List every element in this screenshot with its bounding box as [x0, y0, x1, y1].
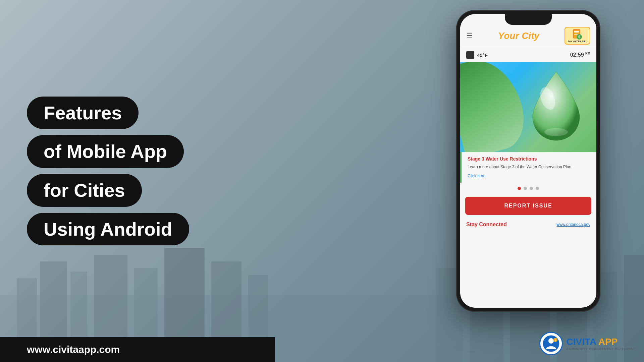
civita-word: CIVITA — [566, 337, 596, 347]
stay-connected-link[interactable]: www.ontarioca.gov — [556, 222, 590, 227]
civita-app-name: CIVITA APP — [566, 337, 634, 347]
headline-block: Features of Mobile App for Cities Using … — [27, 97, 248, 245]
headline-line-2: of Mobile App — [27, 135, 184, 168]
phone-notch — [505, 14, 552, 25]
app-title: Your City — [498, 31, 539, 41]
news-title: Stage 3 Water Use Restrictions — [468, 156, 590, 162]
svg-rect-16 — [574, 31, 579, 32]
time-display: 02:59 PM — [570, 52, 590, 58]
civita-icon: ! — [539, 332, 563, 355]
pay-water-icon: $ — [572, 29, 583, 40]
news-body: Learn more about Stage 3 of the Water Co… — [468, 164, 590, 170]
leaf-decoration — [460, 62, 532, 152]
svg-text:!: ! — [555, 339, 556, 342]
dot-4[interactable] — [536, 187, 539, 190]
report-issue-button[interactable]: REPORT ISSUE — [465, 197, 591, 215]
water-drop-svg — [523, 65, 590, 145]
phone-screen: ☰ Your City $ PAY WATER BILL — [460, 14, 596, 308]
civita-tagline: COMMUNITY ENGAGEMENT PLATFORM — [566, 347, 634, 351]
svg-rect-18 — [574, 34, 578, 35]
pay-water-label: PAY WATER BILL — [568, 40, 587, 43]
phone-outer: ☰ Your City $ PAY WATER BILL — [456, 10, 600, 312]
left-panel: Features of Mobile App for Cities Using … — [0, 0, 275, 362]
news-link[interactable]: Click here — [468, 174, 485, 178]
svg-point-24 — [548, 338, 554, 344]
civita-icon-svg: ! — [543, 335, 559, 352]
news-card: Stage 3 Water Use Restrictions Learn mor… — [460, 152, 596, 183]
pay-water-button[interactable]: $ PAY WATER BILL — [565, 27, 590, 45]
menu-icon[interactable]: ☰ — [466, 32, 473, 40]
headline-line-3: for Cities — [27, 174, 142, 207]
headline-line-1: Features — [27, 97, 139, 129]
stay-connected-label: Stay Connected — [466, 222, 507, 228]
dot-3[interactable] — [530, 187, 533, 190]
stay-connected-bar: Stay Connected www.ontarioca.gov — [460, 218, 596, 232]
svg-text:$: $ — [579, 35, 581, 39]
dot-2[interactable] — [524, 187, 527, 190]
weather-info: 45°F — [466, 51, 488, 59]
time-period: PM — [585, 52, 590, 55]
weather-icon — [466, 51, 474, 59]
civita-text-block: CIVITA APP COMMUNITY ENGAGEMENT PLATFORM — [566, 337, 634, 351]
banner-image — [460, 62, 596, 152]
time-value: 02:59 — [570, 52, 584, 58]
app-word: APP — [598, 337, 618, 347]
headline-line-4: Using Android — [27, 213, 189, 246]
svg-point-22 — [544, 128, 568, 136]
carousel-dots — [460, 183, 596, 194]
phone-mockup: ☰ Your City $ PAY WATER BILL — [453, 10, 604, 352]
svg-rect-17 — [574, 33, 579, 33]
status-bar: 45°F 02:59 PM — [460, 48, 596, 62]
civita-logo: ! CIVITA APP COMMUNITY ENGAGEMENT PLATFO… — [539, 332, 634, 355]
dot-1[interactable] — [518, 187, 521, 190]
website-url: www.civitaapp.com — [27, 344, 120, 355]
website-bar: www.civitaapp.com — [0, 337, 275, 362]
temperature: 45°F — [477, 52, 488, 58]
